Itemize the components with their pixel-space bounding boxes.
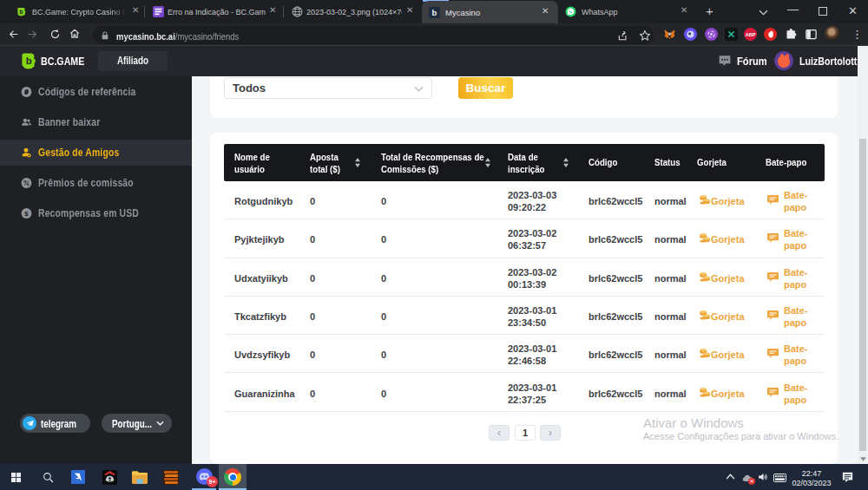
svg-text:b: b xyxy=(26,56,32,66)
svg-text:$: $ xyxy=(24,209,29,217)
svg-text:b: b xyxy=(20,9,23,15)
svg-text:b: b xyxy=(432,8,437,17)
